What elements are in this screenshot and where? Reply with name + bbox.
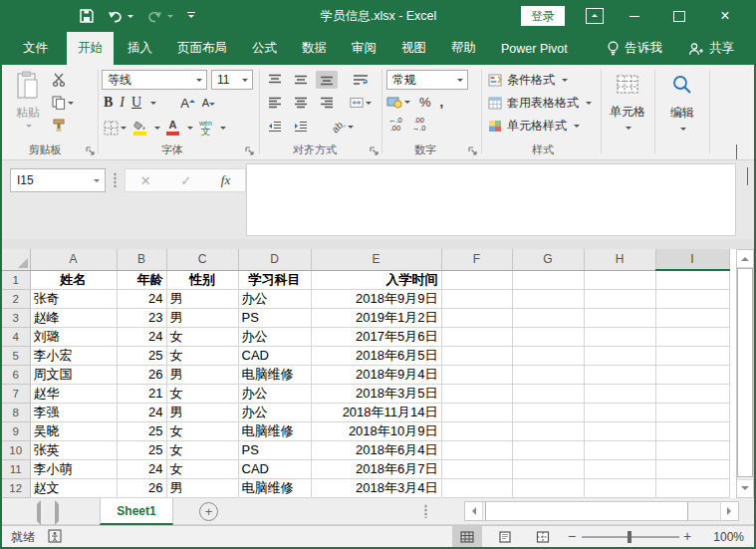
cell-G10[interactable] — [512, 440, 584, 459]
italic-button[interactable]: I — [120, 95, 125, 111]
wrap-text-button[interactable] — [350, 71, 372, 89]
cell-D10[interactable]: PS — [238, 440, 311, 459]
zoom-slider[interactable] — [582, 536, 679, 538]
cell-E2[interactable]: 2018年9月9日 — [311, 289, 441, 308]
sheet-tab-sheet1[interactable]: Sheet1 — [100, 498, 173, 525]
cell-B1[interactable]: 年龄 — [117, 270, 166, 289]
cell-G7[interactable] — [512, 384, 584, 403]
cell-H7[interactable] — [584, 384, 655, 403]
editing-dropdown-icon[interactable] — [680, 128, 686, 134]
cut-button[interactable] — [52, 71, 74, 89]
fill-color-button[interactable] — [132, 121, 146, 136]
tab-审阅[interactable]: 审阅 — [341, 32, 387, 65]
tab-scrollbar-splitter[interactable] — [424, 504, 427, 518]
number-dialog-launcher-icon[interactable] — [468, 146, 478, 156]
cell-E6[interactable]: 2018年9月4日 — [311, 365, 441, 384]
row-header-11[interactable]: 11 — [2, 459, 30, 478]
font-name-dropdown-icon[interactable] — [196, 79, 202, 85]
undo-icon[interactable] — [108, 10, 133, 23]
tab-插入[interactable]: 插入 — [117, 32, 163, 65]
collapse-ribbon-icon[interactable] — [736, 145, 746, 151]
increase-decimal-button[interactable]: ←.0.00 — [388, 117, 402, 132]
cell-E8[interactable]: 2018年11月14日 — [311, 403, 441, 421]
vertical-scrollbar-thumb[interactable] — [737, 268, 753, 477]
cell-C3[interactable]: 男 — [166, 308, 238, 327]
row-header-1[interactable]: 1 — [2, 270, 30, 289]
cell-H10[interactable] — [584, 440, 655, 459]
cell-F4[interactable] — [441, 327, 512, 346]
cell-B10[interactable]: 25 — [117, 440, 166, 459]
cell-I5[interactable] — [655, 346, 729, 365]
cell-C1[interactable]: 性别 — [166, 270, 238, 289]
cell-F6[interactable] — [441, 365, 512, 384]
bold-button[interactable]: B — [104, 95, 113, 111]
cell-B11[interactable]: 24 — [117, 459, 166, 478]
column-header-E[interactable]: E — [311, 249, 441, 270]
cell-E3[interactable]: 2019年1月2日 — [311, 308, 441, 327]
accounting-dropdown-icon[interactable] — [404, 101, 410, 107]
cell-E10[interactable]: 2018年6月4日 — [311, 440, 441, 459]
horizontal-scrollbar-thumb[interactable] — [485, 502, 688, 520]
cell-D6[interactable]: 电脑维修 — [238, 365, 311, 384]
scroll-up-icon[interactable] — [737, 250, 753, 268]
orientation-dropdown-icon[interactable] — [348, 126, 354, 132]
conditional-dropdown-icon[interactable] — [562, 79, 568, 85]
signin-button[interactable]: 登录 — [521, 6, 565, 26]
cell-F5[interactable] — [441, 346, 512, 365]
cell-D3[interactable]: PS — [238, 308, 311, 327]
name-box-dropdown-icon[interactable] — [94, 179, 100, 185]
merge-dropdown-icon[interactable] — [366, 102, 372, 108]
column-header-I[interactable]: I — [655, 249, 729, 270]
align-left-button[interactable] — [264, 94, 286, 112]
cell-D1[interactable]: 学习科目 — [238, 270, 311, 289]
cell-C12[interactable]: 男 — [166, 478, 238, 497]
cell-A11[interactable]: 李小萌 — [30, 459, 117, 478]
font-size-dropdown-icon[interactable] — [242, 79, 248, 85]
row-header-3[interactable]: 3 — [2, 308, 30, 327]
editing-button[interactable]: 编辑 — [656, 65, 708, 154]
align-center-button[interactable] — [290, 94, 312, 112]
cells-button[interactable]: 单元格 — [603, 65, 652, 154]
format-as-table-button[interactable]: 套用表格格式 — [488, 95, 592, 112]
cell-G3[interactable] — [512, 308, 584, 327]
cell-E5[interactable]: 2018年6月5日 — [311, 346, 441, 365]
clipboard-dialog-launcher-icon[interactable] — [86, 146, 96, 156]
tab-数据[interactable]: 数据 — [291, 32, 338, 65]
cell-D7[interactable]: 办公 — [238, 384, 311, 403]
cell-C7[interactable]: 女 — [166, 384, 238, 403]
cell-C10[interactable]: 女 — [166, 440, 238, 459]
cell-F2[interactable] — [441, 289, 512, 308]
phonetic-dropdown-icon[interactable] — [220, 127, 226, 133]
cell-A9[interactable]: 吴晓 — [30, 421, 117, 440]
cell-I11[interactable] — [655, 459, 729, 478]
cell-H5[interactable] — [584, 346, 655, 365]
cell-I10[interactable] — [655, 440, 729, 459]
cell-G11[interactable] — [512, 459, 584, 478]
cell-D2[interactable]: 办公 — [238, 289, 311, 308]
cell-I8[interactable] — [655, 403, 729, 421]
cell-H8[interactable] — [584, 403, 655, 421]
cell-A4[interactable]: 刘璐 — [30, 327, 117, 346]
align-top-button[interactable] — [264, 71, 286, 89]
cell-H4[interactable] — [584, 327, 655, 346]
cell-D5[interactable]: CAD — [238, 346, 311, 365]
align-right-button[interactable] — [316, 94, 338, 112]
ribbon-display-options-icon[interactable] — [586, 8, 604, 24]
cell-E4[interactable]: 2017年5月6日 — [311, 327, 441, 346]
column-header-G[interactable]: G — [512, 249, 584, 270]
cell-I3[interactable] — [655, 308, 729, 327]
font-dialog-launcher-icon[interactable] — [245, 146, 255, 156]
cell-D8[interactable]: 办公 — [238, 403, 311, 421]
cell-C6[interactable]: 男 — [166, 365, 238, 384]
row-header-8[interactable]: 8 — [2, 403, 30, 421]
new-sheet-button[interactable]: + — [199, 502, 218, 521]
formula-bar-grip[interactable] — [114, 172, 117, 188]
row-header-6[interactable]: 6 — [2, 365, 30, 384]
cell-D12[interactable]: 电脑维修 — [238, 478, 311, 497]
conditional-formatting-button[interactable]: 条件格式 — [488, 72, 568, 89]
cell-G9[interactable] — [512, 421, 584, 440]
column-header-B[interactable]: B — [117, 249, 166, 270]
insert-function-icon[interactable]: fx — [221, 172, 230, 188]
cell-G12[interactable] — [512, 478, 584, 497]
cell-F1[interactable] — [441, 270, 512, 289]
